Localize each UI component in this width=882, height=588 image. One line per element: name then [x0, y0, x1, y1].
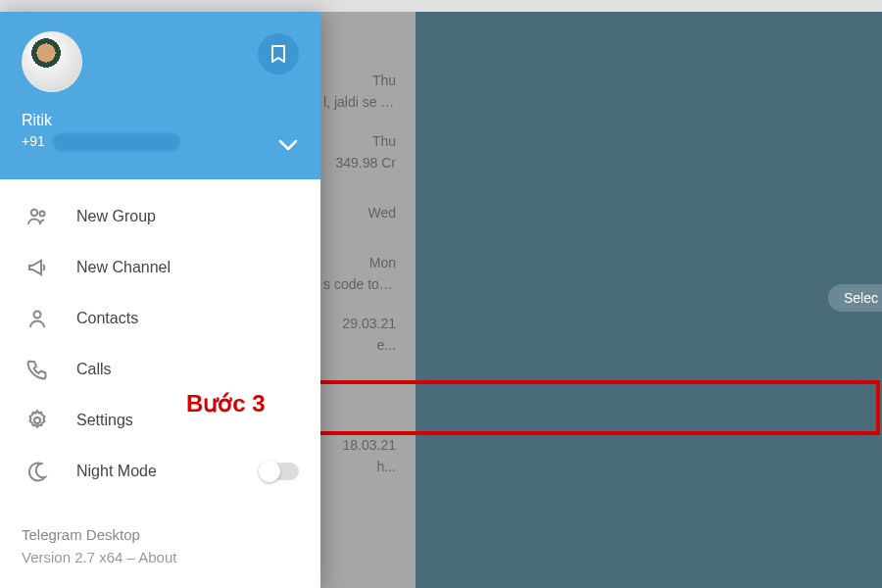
- drawer-footer: Telegram Desktop Version 2.7 x64 – About: [0, 509, 320, 588]
- menu-label: Calls: [76, 361, 112, 378]
- account-expand-button[interactable]: [277, 138, 299, 156]
- side-drawer: Ritik +91 New Group New Channel Contacts…: [0, 12, 320, 588]
- night-mode-toggle[interactable]: [260, 463, 299, 480]
- select-chat-hint: Selec: [828, 284, 882, 312]
- conversation-pane: Selec: [416, 12, 882, 588]
- menu-label: Settings: [76, 412, 133, 429]
- app-name: Telegram Desktop: [22, 524, 299, 547]
- person-icon: [25, 307, 49, 330]
- drawer-menu: New Group New Channel Contacts Calls Set…: [0, 179, 320, 509]
- svg-point-2: [34, 312, 41, 318]
- bookmark-icon: [270, 44, 287, 64]
- gear-icon: [25, 409, 49, 432]
- menu-calls[interactable]: Calls: [0, 344, 320, 395]
- menu-night-mode[interactable]: Night Mode: [0, 446, 320, 497]
- menu-contacts[interactable]: Contacts: [0, 293, 320, 344]
- drawer-header: Ritik +91: [0, 12, 320, 179]
- group-icon: [25, 205, 49, 228]
- svg-point-1: [40, 212, 45, 217]
- profile-phone-masked: [53, 133, 180, 151]
- moon-icon: [25, 460, 49, 483]
- menu-label: Night Mode: [76, 463, 157, 480]
- menu-label: New Channel: [76, 259, 171, 276]
- chevron-down-icon: [277, 138, 299, 152]
- menu-label: New Group: [76, 208, 156, 225]
- menu-new-group[interactable]: New Group: [0, 191, 320, 242]
- avatar[interactable]: [22, 31, 82, 92]
- menu-settings[interactable]: Settings: [0, 395, 320, 446]
- app-version[interactable]: Version 2.7 x64 – About: [22, 547, 299, 569]
- svg-point-0: [31, 210, 37, 216]
- profile-phone-prefix: +91: [22, 133, 45, 149]
- menu-label: Contacts: [76, 310, 138, 327]
- window-titlebar: [0, 0, 882, 12]
- saved-messages-button[interactable]: [258, 33, 299, 74]
- phone-icon: [25, 358, 49, 381]
- profile-username: Ritik: [22, 112, 299, 129]
- menu-new-channel[interactable]: New Channel: [0, 242, 320, 293]
- svg-point-3: [34, 417, 40, 423]
- megaphone-icon: [25, 256, 49, 279]
